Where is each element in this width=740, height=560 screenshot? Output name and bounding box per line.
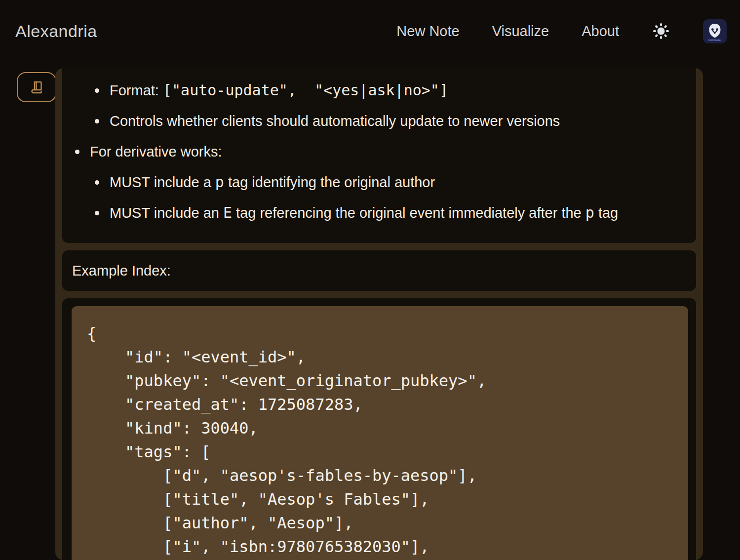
code-block: { "id": "<event_id>", "pubkey": "<event_… bbox=[72, 306, 688, 560]
list-item-text: For derivative works: bbox=[90, 142, 222, 161]
bullet-dot bbox=[75, 150, 79, 154]
book-icon bbox=[28, 79, 45, 96]
brand-title[interactable]: Alexandria bbox=[15, 22, 97, 41]
sidebar-toggle-button[interactable] bbox=[17, 72, 56, 102]
doc-card: Format: ["auto-update", "<yes|ask|no>"]C… bbox=[62, 68, 696, 243]
sun-icon bbox=[652, 22, 670, 40]
list-item-text: MUST include an E tag referencing the or… bbox=[110, 203, 618, 222]
example-index-label: Example Index: bbox=[72, 263, 171, 279]
theme-toggle-button[interactable] bbox=[652, 22, 670, 40]
list-item: Format: ["auto-update", "<yes|ask|no>"] bbox=[95, 81, 681, 100]
list-item: For derivative works: bbox=[75, 142, 681, 161]
list-item-text: Controls whether clients should automati… bbox=[110, 112, 560, 130]
list-item-text: Format: ["auto-update", "<yes|ask|no>"] bbox=[110, 81, 448, 100]
content-scroll-panel[interactable]: Format: ["auto-update", "<yes|ask|no>"]C… bbox=[55, 68, 703, 560]
list-item: Controls whether clients should automati… bbox=[95, 112, 681, 130]
nav-new-note[interactable]: New Note bbox=[396, 23, 459, 40]
app-header: Alexandria New Note Visualize About bbox=[0, 0, 740, 64]
list-item: MUST include a p tag identifying the ori… bbox=[95, 173, 681, 192]
list-item-text: MUST include a p tag identifying the ori… bbox=[110, 173, 435, 192]
list-item: MUST include an E tag referencing the or… bbox=[95, 203, 681, 222]
gitcitadel-logo[interactable]: GitCitadel bbox=[703, 19, 727, 43]
doc-list: Format: ["auto-update", "<yes|ask|no>"]C… bbox=[75, 81, 681, 222]
svg-text:GitCitadel: GitCitadel bbox=[708, 39, 721, 41]
nav-visualize[interactable]: Visualize bbox=[492, 23, 549, 40]
bullet-dot bbox=[95, 211, 99, 215]
bullet-dot bbox=[95, 88, 99, 93]
example-index-card: Example Index: bbox=[62, 250, 696, 291]
top-nav: New Note Visualize About bbox=[396, 15, 727, 47]
code-card: { "id": "<event_id>", "pubkey": "<event_… bbox=[62, 298, 696, 560]
nav-about[interactable]: About bbox=[582, 23, 619, 40]
bullet-dot bbox=[95, 119, 99, 123]
bullet-dot bbox=[95, 180, 99, 185]
